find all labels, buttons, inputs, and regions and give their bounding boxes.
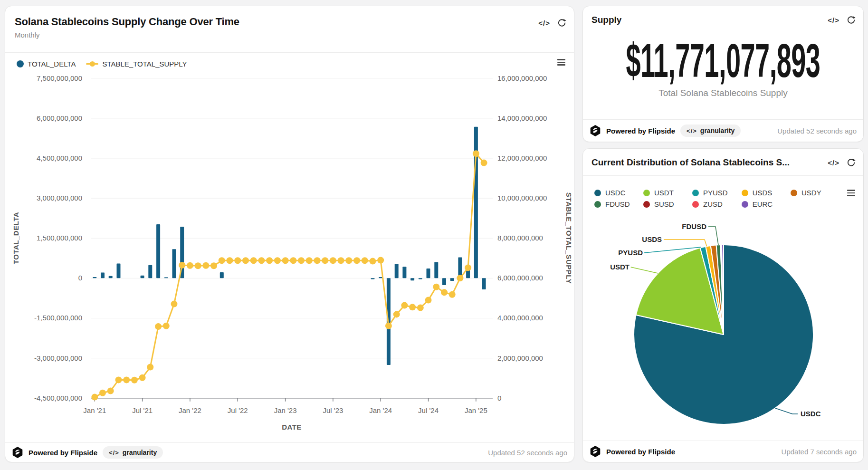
powered-by-label[interactable]: Powered by Flipside	[29, 449, 97, 457]
svg-text:10,000,000,000: 10,000,000,000	[497, 194, 547, 202]
updated-text: Updated 7 seconds ago	[782, 448, 857, 456]
svg-text:12,000,000,000: 12,000,000,000	[497, 154, 547, 162]
supply-change-card: Solana Stablecoins Supply Change Over Ti…	[5, 6, 574, 462]
page-root: { "cards": { "main": { "title": "Solana …	[0, 0, 868, 470]
svg-text:6,000,000,000: 6,000,000,000	[497, 274, 543, 282]
svg-text:-3,000,000,000: -3,000,000,000	[34, 354, 82, 362]
svg-text:TOTAL_DELTA: TOTAL_DELTA	[12, 212, 20, 264]
svg-text:Jan '22: Jan '22	[179, 406, 201, 414]
svg-text:7,500,000,000: 7,500,000,000	[37, 74, 82, 82]
svg-text:4,500,000,000: 4,500,000,000	[37, 154, 82, 162]
flipside-logo[interactable]	[590, 446, 601, 457]
updated-text: Updated 52 seconds ago	[777, 127, 857, 135]
svg-text:8,000,000,000: 8,000,000,000	[497, 234, 543, 242]
supply-caption: Total Solana Stablecoins Supply	[583, 88, 863, 98]
svg-text:1,500,000,000: 1,500,000,000	[37, 234, 82, 242]
granularity-chip[interactable]: </> granularity	[103, 446, 163, 459]
svg-text:PYUSD: PYUSD	[618, 249, 643, 257]
svg-text:0: 0	[497, 394, 501, 402]
svg-text:Jul '22: Jul '22	[228, 406, 248, 414]
svg-text:-4,500,000,000: -4,500,000,000	[34, 394, 82, 402]
flipside-logo[interactable]	[12, 447, 23, 458]
svg-text:3,000,000,000: 3,000,000,000	[37, 194, 82, 202]
svg-text:FDUSD: FDUSD	[682, 222, 706, 230]
granularity-chip[interactable]: </> granularity	[680, 125, 741, 137]
svg-text:Jan '24: Jan '24	[369, 406, 392, 414]
svg-text:2,000,000,000: 2,000,000,000	[497, 354, 543, 362]
svg-text:6,000,000,000: 6,000,000,000	[37, 114, 82, 122]
svg-text:Jan '23: Jan '23	[274, 406, 297, 414]
supply-title: Supply	[591, 15, 621, 25]
code-icon[interactable]: </>	[828, 16, 839, 24]
refresh-icon[interactable]	[847, 16, 856, 25]
svg-text:DATE: DATE	[282, 423, 302, 431]
svg-text:Jul '23: Jul '23	[323, 406, 343, 414]
svg-text:14,000,000,000: 14,000,000,000	[497, 114, 547, 122]
combo-chart: 7,500,000,00016,000,000,0006,000,000,000…	[5, 6, 575, 465]
svg-text:USDC: USDC	[801, 410, 821, 418]
svg-text:Jan '21: Jan '21	[83, 406, 106, 414]
svg-text:Jan '25: Jan '25	[465, 406, 487, 414]
svg-text:Jul '21: Jul '21	[132, 406, 153, 414]
pie-chart: USDCUSDTPYUSDUSDSFDUSD	[583, 149, 864, 465]
svg-text:16,000,000,000: 16,000,000,000	[497, 74, 547, 82]
svg-text:0: 0	[78, 274, 82, 282]
supply-card: Supply </> $11,771,077,893 Total Solana …	[582, 6, 864, 142]
granularity-chip-label: granularity	[123, 449, 157, 456]
code-icon: </>	[109, 449, 119, 456]
granularity-chip-label: granularity	[700, 127, 734, 134]
svg-text:Jul '24: Jul '24	[418, 406, 439, 414]
powered-by-label[interactable]: Powered by Flipside	[606, 448, 675, 456]
svg-text:-1,500,000,000: -1,500,000,000	[34, 314, 82, 322]
svg-text:4,000,000,000: 4,000,000,000	[497, 314, 543, 322]
svg-text:USDS: USDS	[642, 235, 662, 243]
distribution-card: Current Distribution of Solana Stablecoi…	[582, 148, 864, 462]
powered-by-label[interactable]: Powered by Flipside	[606, 127, 675, 135]
svg-text:STABLE_TOTAL_SUPPLY: STABLE_TOTAL_SUPPLY	[565, 192, 573, 284]
svg-text:USDT: USDT	[610, 263, 630, 271]
flipside-logo[interactable]	[590, 125, 601, 136]
updated-text: Updated 52 seconds ago	[488, 449, 567, 457]
code-icon: </>	[687, 127, 697, 134]
supply-value: $11,771,077,893	[645, 37, 801, 84]
